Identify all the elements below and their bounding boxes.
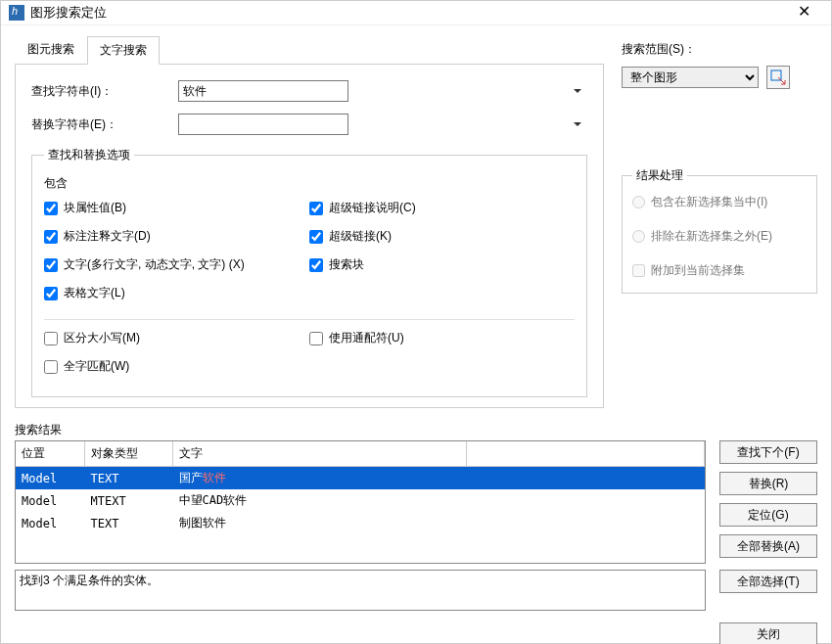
table-row[interactable]: ModelMTEXT中望CAD软件	[16, 489, 705, 512]
chk-multi-text[interactable]: 文字(多行文字, 动态文字, 文字) (X)	[44, 256, 309, 273]
replace-label: 替换字符串(E)：	[31, 116, 178, 133]
chk-table-text[interactable]: 表格文字(L)	[44, 285, 309, 301]
col-type[interactable]: 对象类型	[84, 441, 172, 467]
col-pos[interactable]: 位置	[16, 441, 84, 467]
titlebar: 图形搜索定位 ✕	[1, 1, 831, 25]
locate-button[interactable]: 定位(G)	[719, 503, 817, 527]
include-title: 包含	[44, 175, 575, 192]
chk-hyper-desc-input[interactable]	[309, 202, 323, 215]
radio-exclude-input[interactable]	[632, 230, 645, 243]
radio-include[interactable]: 包含在新选择集当中(I)	[632, 194, 807, 210]
dialog-body: 图元搜索 文字搜索 查找字符串(I)： 替换字符串(E)：	[1, 25, 831, 617]
select-all-button[interactable]: 全部选择(T)	[719, 570, 817, 593]
results-label: 搜索结果	[15, 422, 817, 438]
pick-scope-icon	[770, 69, 786, 85]
chk-search-block[interactable]: 搜索块	[309, 256, 575, 273]
table-row[interactable]: ModelTEXT国产软件	[16, 467, 705, 490]
chk-hyper-link[interactable]: 超级链接(K)	[309, 228, 575, 245]
close-icon[interactable]: ✕	[784, 1, 823, 24]
tab-text-search[interactable]: 文字搜索	[87, 36, 160, 65]
radio-append[interactable]: 附加到当前选择集	[632, 262, 807, 279]
app-icon	[9, 5, 24, 21]
replace-button[interactable]: 替换(R)	[719, 472, 817, 495]
close-button[interactable]: 关闭	[719, 622, 817, 644]
col-text[interactable]: 文字	[172, 441, 466, 467]
replace-all-button[interactable]: 全部替换(A)	[719, 534, 817, 558]
chk-block-attr-input[interactable]	[44, 202, 58, 215]
window-title: 图形搜索定位	[30, 4, 784, 22]
chk-wildcard-input[interactable]	[309, 332, 323, 345]
options-legend: 查找和替换选项	[44, 147, 134, 163]
result-processing-fieldset: 结果处理 包含在新选择集当中(I) 排除在新选择集之外(E) 附加到当前选择集	[622, 167, 817, 294]
tab-entity-search[interactable]: 图元搜索	[15, 35, 87, 64]
chk-dim-text-input[interactable]	[44, 230, 58, 244]
search-locate-dialog: 图形搜索定位 ✕ 图元搜索 文字搜索 查找字符串(I)： 替换字	[0, 0, 832, 644]
results-table[interactable]: 位置 对象类型 文字 ModelTEXT国产软件ModelMTEXT中望CAD软…	[16, 441, 705, 534]
col-spacer	[466, 441, 705, 467]
right-column: 搜索范围(S)： 整个图形 结果处理	[622, 35, 817, 408]
pick-scope-button[interactable]	[766, 66, 790, 89]
radio-exclude[interactable]: 排除在新选择集之外(E)	[632, 228, 807, 245]
chk-table-text-input[interactable]	[44, 287, 58, 300]
table-row[interactable]: ModelTEXT制图软件	[16, 512, 705, 534]
chk-case-input[interactable]	[44, 332, 58, 345]
radio-include-input[interactable]	[632, 196, 645, 208]
left-column: 图元搜索 文字搜索 查找字符串(I)： 替换字符串(E)：	[15, 35, 604, 408]
chk-wildcard[interactable]: 使用通配符(U)	[309, 330, 575, 346]
chk-whole[interactable]: 全字匹配(W)	[44, 358, 309, 375]
tabs: 图元搜索 文字搜索	[15, 35, 604, 65]
chk-case[interactable]: 区分大小写(M)	[44, 330, 309, 346]
find-input[interactable]	[178, 80, 348, 102]
status-bar: 找到3 个满足条件的实体。	[15, 570, 706, 611]
replace-input[interactable]	[178, 114, 348, 135]
chk-search-block-input[interactable]	[309, 258, 323, 272]
bottom-bar: 关闭	[1, 617, 831, 644]
chk-hyper-link-input[interactable]	[309, 230, 323, 244]
chk-whole-input[interactable]	[44, 360, 58, 374]
chk-dim-text[interactable]: 标注注释文字(D)	[44, 228, 309, 245]
scope-label: 搜索范围(S)：	[622, 41, 817, 58]
chk-append-input[interactable]	[632, 264, 645, 277]
tab-panel: 查找字符串(I)： 替换字符串(E)： 查找和替换选项 包含	[15, 65, 604, 408]
find-label: 查找字符串(I)：	[31, 83, 178, 100]
scope-select[interactable]: 整个图形	[622, 67, 759, 88]
chk-hyper-desc[interactable]: 超级链接说明(C)	[309, 200, 575, 216]
results-table-wrap: 位置 对象类型 文字 ModelTEXT国产软件ModelMTEXT中望CAD软…	[15, 440, 706, 564]
options-fieldset: 查找和替换选项 包含 块属性值(B) 超级链接说明(C) 标注注释文字(D) 超…	[31, 147, 587, 397]
result-proc-legend: 结果处理	[632, 167, 687, 184]
chk-multi-text-input[interactable]	[44, 258, 58, 272]
chk-block-attr[interactable]: 块属性值(B)	[44, 200, 309, 216]
find-next-button[interactable]: 查找下个(F)	[719, 440, 817, 464]
button-column: 查找下个(F) 替换(R) 定位(G) 全部替换(A)	[719, 440, 817, 558]
